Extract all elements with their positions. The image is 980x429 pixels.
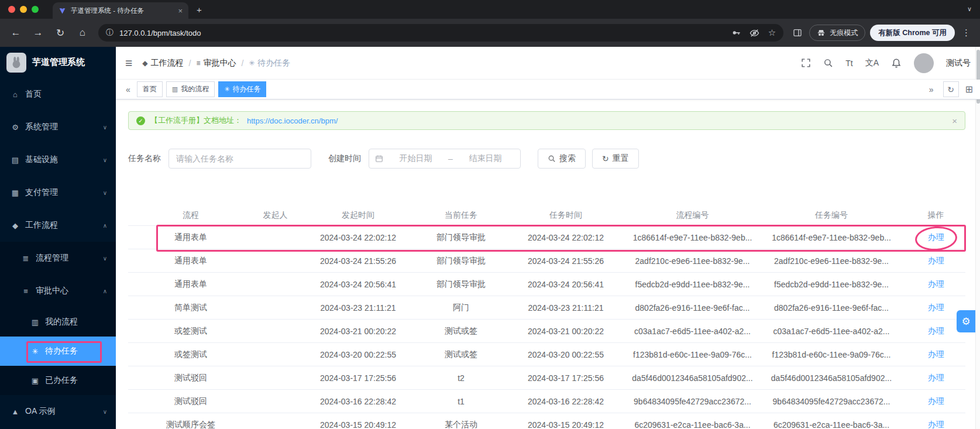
table-row[interactable]: 通用表单 2024-03-24 22:02:12 部门领导审批 2024-03-… xyxy=(128,226,965,249)
avatar[interactable] xyxy=(914,53,934,73)
handle-task-link[interactable]: 办理 xyxy=(906,396,965,407)
table-row[interactable]: 通用表单 2024-03-24 20:56:41 部门领导审批 2024-03-… xyxy=(128,273,965,296)
url-bar[interactable]: ⓘ 127.0.0.1/bpm/task/todo ☆ xyxy=(98,24,783,42)
end-date-placeholder[interactable]: 结束日期 xyxy=(456,153,514,164)
page-scrollbar[interactable] xyxy=(975,47,980,429)
handle-task-link[interactable]: 办理 xyxy=(906,303,965,313)
done-task-icon: ▣ xyxy=(30,376,40,385)
table-row[interactable]: 通用表单 2024-03-24 21:55:26 部门领导审批 2024-03-… xyxy=(128,249,965,273)
table-row[interactable]: 或签测试 2024-03-20 00:22:55 测试或签 2024-03-20… xyxy=(128,343,965,366)
cell-task-id: 9b64834095fe42729acc23672... xyxy=(757,397,906,406)
table-row[interactable]: 测试驳回 2024-03-16 22:28:42 t1 2024-03-16 2… xyxy=(128,390,965,413)
locale-icon[interactable]: 文A xyxy=(865,58,879,68)
table-row[interactable]: 或签测试 2024-03-21 00:20:22 测试或签 2024-03-21… xyxy=(128,320,965,343)
search-icon[interactable] xyxy=(823,58,833,68)
table-header-row: 流程 发起人 发起时间 当前任务 任务时间 流程编号 任务编号 操作 xyxy=(128,205,965,226)
cell-task-id: 2adf210c-e9e6-11ee-b832-9e... xyxy=(757,256,906,266)
column-header: 发起人 xyxy=(253,210,297,221)
reload-icon[interactable]: ↻ xyxy=(51,27,69,39)
sidebar-item-infra[interactable]: ▤ 基础设施 ∨ xyxy=(0,143,116,176)
fullscreen-icon[interactable] xyxy=(801,58,811,68)
cell-current-task: 阿门 xyxy=(419,303,503,313)
eye-off-icon[interactable] xyxy=(749,28,759,38)
password-key-icon[interactable] xyxy=(731,28,741,37)
todo-asterisk-icon: ✳ xyxy=(249,59,255,67)
sidebar-logo-row[interactable]: 芋道管理系统 xyxy=(0,47,116,78)
refresh-page-icon[interactable]: ↻ xyxy=(943,81,959,97)
incognito-label: 无痕模式 xyxy=(830,28,858,38)
table-row[interactable]: 测试顺序会签 2024-03-15 20:49:12 某个活动 2024-03-… xyxy=(128,413,965,429)
cell-process: 简单测试 xyxy=(128,303,253,313)
minimize-window-button[interactable] xyxy=(20,6,27,13)
sidebar-item-oa-example[interactable]: ▲ OA 示例 ∨ xyxy=(0,395,116,428)
sidebar-item-home[interactable]: ⌂ 首页 xyxy=(0,78,116,111)
doc-link[interactable]: https://doc.iocoder.cn/bpm/ xyxy=(247,116,338,125)
tags-scroll-left-icon[interactable]: « xyxy=(123,85,133,94)
handle-task-link[interactable]: 办理 xyxy=(906,349,965,360)
chrome-update-label: 有新版 Chrome 可用 xyxy=(878,28,947,38)
date-range-picker[interactable]: 开始日期 – 结束日期 xyxy=(369,149,521,169)
sidebar-item-approval-center[interactable]: ≡ 审批中心 ∧ xyxy=(0,274,116,307)
tag-home[interactable]: 首页 xyxy=(137,81,163,97)
range-separator: – xyxy=(448,154,453,163)
tab-close-icon[interactable]: × xyxy=(178,6,183,15)
breadcrumb-item-workflow[interactable]: ◆ 工作流程 xyxy=(142,58,183,68)
cell-process: 或签测试 xyxy=(128,326,253,337)
home-icon[interactable]: ⌂ xyxy=(74,27,91,39)
table-row[interactable]: 简单测试 2024-03-23 21:11:21 阿门 2024-03-23 2… xyxy=(128,296,965,320)
start-date-placeholder[interactable]: 开始日期 xyxy=(387,153,445,164)
cell-process: 测试驳回 xyxy=(128,373,253,383)
handle-task-link[interactable]: 办理 xyxy=(906,232,965,243)
handle-task-link[interactable]: 办理 xyxy=(906,420,965,429)
browser-tab[interactable]: 芋道管理系统 - 待办任务 × xyxy=(53,2,188,19)
back-icon[interactable]: ← xyxy=(7,27,25,39)
new-tab-button[interactable]: + xyxy=(197,5,202,15)
tab-search-chevron-icon[interactable]: ∨ xyxy=(967,5,972,13)
theme-settings-button[interactable]: ⚙ xyxy=(957,310,975,332)
breadcrumb: ◆ 工作流程 / ≡ 审批中心 / ✳ 待办任务 xyxy=(142,58,290,68)
tag-my-process[interactable]: ▥ 我的流程 xyxy=(166,81,215,97)
cell-current-task: 某个活动 xyxy=(419,420,503,429)
task-name-input[interactable] xyxy=(169,149,311,169)
side-panel-icon[interactable] xyxy=(793,28,802,37)
handle-task-link[interactable]: 办理 xyxy=(906,279,965,290)
maximize-window-button[interactable] xyxy=(32,6,39,13)
sidebar-item-my-process[interactable]: ▥ 我的流程 xyxy=(0,307,116,337)
username[interactable]: 测试号 xyxy=(946,58,971,68)
close-window-button[interactable] xyxy=(8,6,15,13)
search-button[interactable]: 搜索 xyxy=(538,149,586,169)
sidebar-item-todo-task[interactable]: ✳ 待办任务 xyxy=(0,337,116,366)
bell-icon[interactable] xyxy=(891,58,902,68)
tags-scroll-right-icon[interactable]: » xyxy=(926,85,937,94)
list-icon: ≣ xyxy=(21,254,30,263)
cell-process-id: c03a1ac7-e6d5-11ee-a402-a2... xyxy=(628,327,757,336)
audit-icon: ≡ xyxy=(196,59,200,67)
browser-menu-icon[interactable]: ⋮ xyxy=(962,28,971,38)
close-icon[interactable]: × xyxy=(952,116,957,126)
sidebar-item-system[interactable]: ⚙ 系统管理 ∨ xyxy=(0,111,116,143)
font-size-icon[interactable]: Tt xyxy=(845,59,852,68)
cell-task-id: f5edcb2d-e9dd-11ee-b832-9e... xyxy=(757,280,906,289)
table-row[interactable]: 测试驳回 2024-03-17 17:25:56 t2 2024-03-17 1… xyxy=(128,366,965,390)
breadcrumb-item-approval-center[interactable]: ≡ 审批中心 xyxy=(196,58,236,68)
site-info-icon[interactable]: ⓘ xyxy=(106,28,114,38)
breadcrumb-label: 审批中心 xyxy=(203,58,236,68)
bookmark-star-icon[interactable]: ☆ xyxy=(768,28,776,38)
url-text[interactable]: 127.0.0.1/bpm/task/todo xyxy=(119,29,725,37)
sidebar-item-workflow[interactable]: ◆ 工作流程 ∧ xyxy=(0,209,116,242)
sidebar-item-process-management[interactable]: ≣ 流程管理 ∨ xyxy=(0,242,116,274)
chrome-update-button[interactable]: 有新版 Chrome 可用 xyxy=(870,25,955,41)
handle-task-link[interactable]: 办理 xyxy=(906,373,965,383)
cell-task-time: 2024-03-21 00:20:22 xyxy=(503,327,628,336)
layout-grid-icon[interactable]: ⊞ xyxy=(965,84,973,95)
reset-button[interactable]: ↻ 重置 xyxy=(592,149,639,169)
sidebar-item-done-task[interactable]: ▣ 已办任务 xyxy=(0,366,116,395)
handle-task-link[interactable]: 办理 xyxy=(906,256,965,266)
cell-current-task: t2 xyxy=(419,373,503,383)
doc-alert: ✓ 【工作流手册】文档地址： https://doc.iocoder.cn/bp… xyxy=(128,111,965,130)
sidebar-item-payment[interactable]: ▦ 支付管理 ∨ xyxy=(0,176,116,209)
forward-icon[interactable]: → xyxy=(29,27,47,39)
collapse-menu-icon[interactable]: ≡ xyxy=(125,56,132,70)
cell-current-task: 部门领导审批 xyxy=(419,232,503,243)
tag-todo-task[interactable]: ✳ 待办任务 xyxy=(218,81,266,97)
